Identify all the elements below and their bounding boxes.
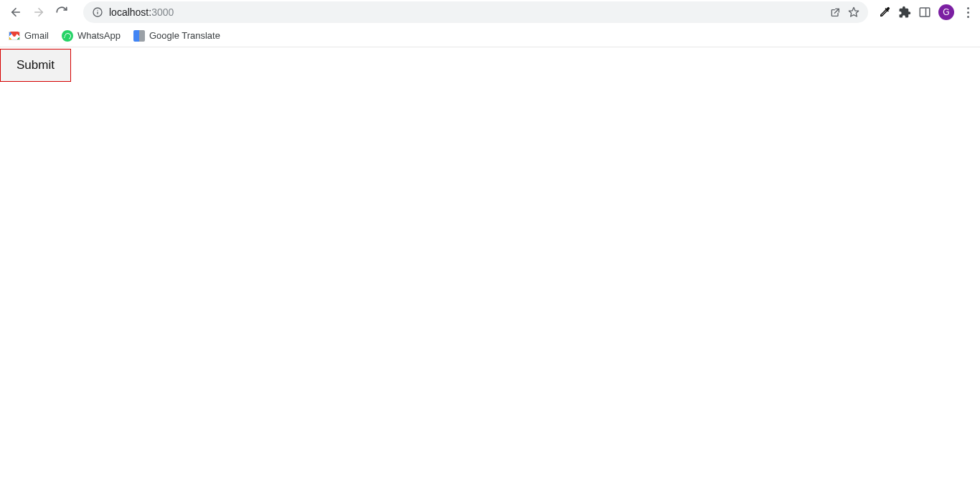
svg-point-4 (97, 10, 98, 11)
arrow-left-icon (9, 6, 22, 19)
whatsapp-icon (62, 30, 73, 42)
omnibox-right-icons (829, 6, 859, 18)
bookmark-gmail[interactable]: Gmail (9, 30, 49, 42)
bookmark-google-translate[interactable]: Google Translate (133, 30, 220, 42)
profile-avatar[interactable]: G (938, 4, 954, 20)
nav-forward-button[interactable] (29, 2, 49, 22)
svg-marker-5 (849, 7, 858, 17)
page-content: Submit (0, 47, 980, 498)
avatar-letter: G (943, 7, 949, 17)
site-info-icon (92, 6, 103, 18)
dot-icon (967, 11, 969, 14)
chrome-menu-button[interactable] (961, 7, 974, 18)
bookmark-label: WhatsApp (77, 30, 121, 41)
browser-toolbar: localhost:3000 G (0, 0, 980, 24)
url-text: localhost:3000 (109, 6, 174, 18)
bookmark-whatsapp[interactable]: WhatsApp (62, 30, 121, 42)
toolbar-right: G (875, 4, 974, 20)
gmail-icon (9, 30, 20, 42)
dot-icon (967, 16, 969, 18)
url-port: 3000 (151, 6, 174, 18)
nav-back-button[interactable] (6, 2, 26, 22)
bookmark-label: Google Translate (149, 30, 220, 41)
star-icon[interactable] (848, 6, 859, 18)
arrow-right-icon (32, 6, 45, 19)
eyedropper-icon[interactable] (878, 6, 891, 19)
nav-reload-button[interactable] (52, 2, 72, 22)
side-panel-icon[interactable] (918, 6, 931, 19)
url-host: localhost: (109, 6, 151, 18)
bookmark-label: Gmail (24, 30, 49, 41)
address-bar[interactable]: localhost:3000 (83, 1, 868, 23)
google-translate-icon (133, 30, 145, 42)
share-icon[interactable] (829, 6, 841, 18)
extensions-icon[interactable] (898, 6, 911, 19)
submit-button[interactable]: Submit (0, 49, 71, 82)
reload-icon (55, 6, 68, 19)
dot-icon (967, 7, 969, 9)
svg-rect-6 (920, 8, 930, 17)
submit-button-label: Submit (17, 58, 55, 72)
bookmarks-bar: Gmail WhatsApp Google Translate (0, 24, 980, 47)
